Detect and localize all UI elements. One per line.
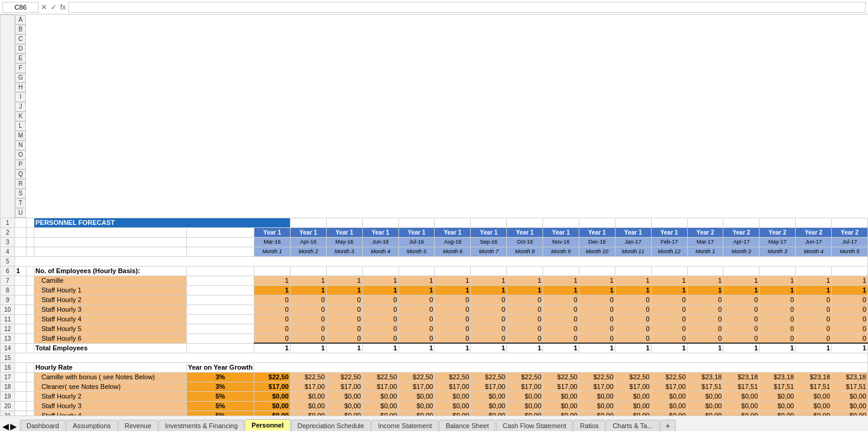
title-cell: PERSONNEL FORECAST [34,218,290,227]
tab-depreciation[interactable]: Depreciation Schedule [291,420,371,431]
table-row: 17 Camille with bonus ( see Notes Below)… [1,372,868,382]
col-header-row: A B C D E F G H I J K L M N O P Q R S T [1,15,868,218]
tab-investments-financing[interactable]: Investments & Financing [159,420,244,431]
table-row: 7 Camille 1 1 1 1 1 1 1 1 1 1 1 1 1 1 1 … [1,276,868,285]
col-r-header[interactable]: R [15,179,26,189]
table-row: 8 Staff Hourly 1 1 1 1 1 1 1 1 1 1 1 1 1… [1,285,868,295]
table-row: 6 1 No. of Employees (Hourly Basis): [1,266,868,276]
table-row: 20 Staff Hourly 3 5% $0,00 $0,00$0,00$0,… [1,401,868,411]
table-row: 2 Year 1 Year 1 Year 1 Year 1 Year 1 Yea… [1,227,868,237]
table-row: 15 [1,353,868,362]
col-a-header[interactable]: A [15,15,26,25]
tab-bar: ◀ ▶ Dashboard Assumptions Revenue Invest… [0,415,868,431]
col-t-header[interactable]: T [15,198,26,208]
formula-input[interactable] [68,2,866,13]
tab-balance-sheet[interactable]: Balance Sheet [439,420,495,431]
table-row: 19 Staff Hourly 2 5% $0,00 $0,00$0,00$0,… [1,391,868,401]
cell-f1[interactable] [290,218,326,227]
spreadsheet-area: A B C D E F G H I J K L M N O P Q R S T [0,14,868,415]
table-row: 21 Staff Hourly 4 5% $0,00 $0,00$0,00$0,… [1,411,868,415]
col-g-header[interactable]: G [15,73,26,83]
col-f-header[interactable]: F [15,63,26,73]
table-row: 12 Staff Hourly 5 0000 0000 0000 00000 [1,324,868,333]
cell-reference[interactable] [2,2,39,13]
sheet-nav-left[interactable]: ◀ [2,421,9,431]
confirm-icon[interactable]: ✓ [51,3,57,11]
formula-icons: ✕ ✓ fx [41,3,66,11]
spreadsheet-table: A B C D E F G H I J K L M N O P Q R S T [0,14,868,415]
col-b-header[interactable]: B [15,25,26,34]
sheet-nav-right[interactable]: ▶ [10,421,17,431]
tab-ratios[interactable]: Ratios [573,420,605,431]
col-n-header[interactable]: N [15,140,26,150]
table-row: 9 Staff Hourly 2 0000 0000 0000 00000 [1,295,868,305]
table-row: 18 Cleaner( see Notes Below) 3% $17,00 $… [1,382,868,391]
col-o-header[interactable]: O [15,150,26,160]
tab-income-statement[interactable]: Income Statement [371,420,438,431]
add-sheet-button[interactable]: + [660,420,676,431]
corner-cell [1,15,15,218]
sheet-nav-buttons: ◀ ▶ [2,421,17,431]
row-num-1: 1 [1,218,15,227]
table-row: 16 Hourly Rate Year on Year Growth [1,362,868,372]
col-l-header[interactable]: L [15,121,26,131]
table-row: 4 Month 1 Month 2 Month 3 Month 4 Month … [1,247,868,256]
tab-assumptions[interactable]: Assumptions [66,420,118,431]
col-c-header[interactable]: C [15,34,26,44]
tab-revenue[interactable]: Revenue [118,420,158,431]
col-h-header[interactable]: H [15,83,26,92]
col-s-header[interactable]: S [15,189,26,198]
cell-a1[interactable] [15,218,27,227]
function-icon[interactable]: fx [60,3,66,11]
col-k-header[interactable]: K [15,112,26,121]
cancel-icon[interactable]: ✕ [41,3,47,11]
table-row: 3 Mar-16 Apr-16 May-16 Jun-16 Jul-16 Aug… [1,237,868,247]
table-row: 10 Staff Hourly 3 0000 0000 0000 00000 [1,305,868,314]
col-d-header[interactable]: D [15,44,26,54]
table-row: 13 Staff Hourly 6 0000 0000 0000 00000 [1,333,868,343]
formula-bar: ✕ ✓ fx [0,0,868,14]
table-row: 1 PERSONNEL FORECAST [1,218,868,227]
tab-charts[interactable]: Charts & Ta... [606,420,659,431]
tab-personnel[interactable]: Personnel [245,419,290,431]
col-q-header[interactable]: Q [15,169,26,179]
tab-cashflow[interactable]: Cash Flow Statement [496,420,573,431]
col-e-header[interactable]: E [15,54,26,63]
col-i-header[interactable]: I [15,92,26,102]
cell-b1[interactable] [26,218,34,227]
table-row: 11 Staff Hourly 4 0000 0000 0000 00000 [1,314,868,324]
table-row: 5 [1,256,868,266]
col-p-header[interactable]: P [15,160,26,169]
col-m-header[interactable]: M [15,131,26,140]
tab-dashboard[interactable]: Dashboard [20,420,66,431]
table-row: 14 Total Employees 1 1 1 1 1 1 1 1 1 1 1… [1,343,868,353]
col-j-header[interactable]: J [15,102,26,112]
col-u-header[interactable]: U [15,208,26,218]
